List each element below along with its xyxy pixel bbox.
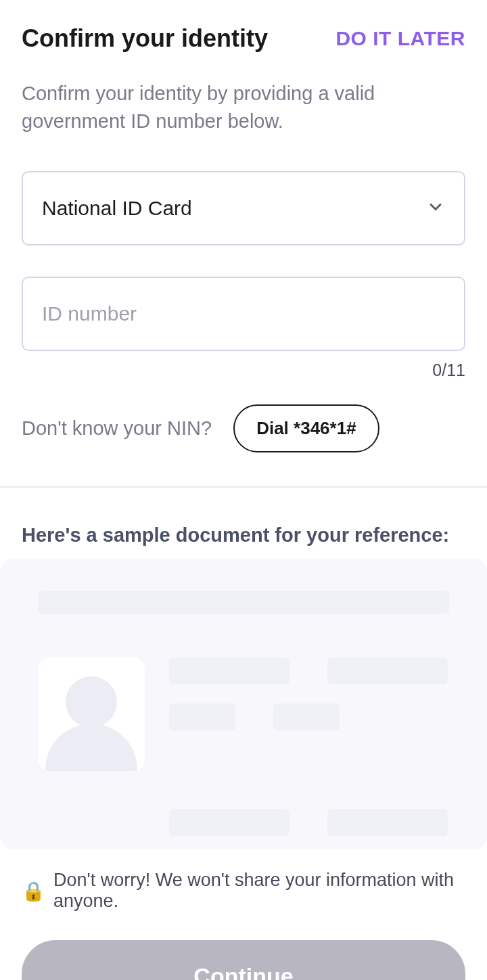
avatar-shoulders-icon [45,724,137,771]
sample-avatar-box [38,657,145,771]
privacy-notice: 🔒 Don't worry! We won't share your infor… [22,870,465,912]
lock-icon: 🔒 [22,880,45,902]
nin-prompt: Don't know your NIN? [22,417,212,440]
sample-field-bar [169,657,289,684]
do-it-later-link[interactable]: DO IT LATER [335,27,465,50]
id-type-select[interactable]: National ID Card [22,171,465,246]
continue-button[interactable]: Continue [22,940,465,980]
sample-card-header-bar [38,591,449,614]
sample-field-bar [169,703,235,730]
sample-field-bar [169,809,289,836]
subtitle-text: Confirm your identity by providing a val… [22,80,465,135]
sample-section: Here's a sample document for your refere… [22,488,465,849]
sample-field-bar [273,703,340,730]
header: Confirm your identity DO IT LATER [22,0,465,80]
nin-help-row: Don't know your NIN? Dial *346*1# [22,404,465,452]
page-title: Confirm your identity [22,24,268,53]
sample-card-illustration [0,559,487,849]
char-counter: 0/11 [22,360,465,380]
avatar-head-icon [66,676,117,728]
sample-title: Here's a sample document for your refere… [22,524,465,546]
sample-field-bar [327,657,448,684]
dial-button[interactable]: Dial *346*1# [233,404,379,452]
sample-card-fields [169,657,449,771]
sample-card-body [38,657,449,771]
id-number-input[interactable] [22,277,465,351]
chevron-down-icon [426,197,445,219]
sample-field-bar [327,809,448,836]
id-type-value: National ID Card [42,197,192,220]
privacy-text: Don't worry! We won't share your informa… [53,870,465,912]
